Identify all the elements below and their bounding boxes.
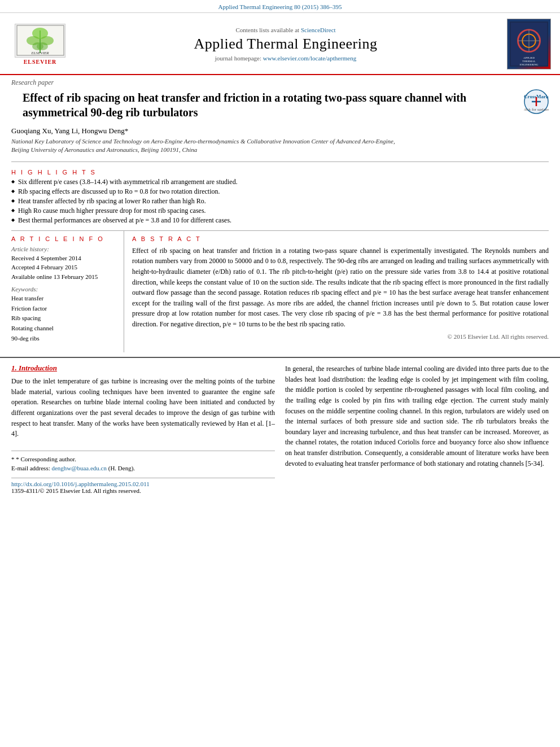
elsevier-logo: ELSEVIER ELSEVIER: [9, 24, 71, 65]
keywords-list: Heat transfer Friction factor Rib spacin…: [11, 294, 117, 343]
journal-ref-bar: Applied Thermal Engineering 80 (2015) 38…: [0, 0, 560, 13]
abstract-col: A B S T R A C T Effect of rib spacing on…: [124, 231, 549, 352]
svg-text:ENGINEERING: ENGINEERING: [520, 63, 539, 66]
email-footnote: E-mail address: denghw@buaa.edu.cn (H. D…: [11, 464, 275, 473]
article-info-header: A R T I C L E I N F O: [11, 235, 117, 242]
doi-bar: http://dx.doi.org/10.1016/j.applthermale…: [11, 478, 275, 494]
body-col-right: In general, the researches of turbine bl…: [285, 364, 549, 494]
homepage-link[interactable]: www.elsevier.com/locate/apthermeng: [263, 55, 356, 62]
svg-text:ELSEVIER: ELSEVIER: [30, 51, 49, 55]
svg-text:click for updates: click for updates: [524, 107, 549, 112]
corresponding-author-note: * * Corresponding author.: [11, 455, 275, 464]
journal-ref-text: Applied Thermal Engineering 80 (2015) 38…: [218, 3, 342, 10]
crossmark-icon[interactable]: CrossMark click for updates: [524, 89, 549, 114]
abstract-header: A B S T R A C T: [132, 235, 549, 242]
article-info-col: A R T I C L E I N F O Article history: R…: [11, 231, 124, 352]
elsevier-logo-image: ELSEVIER: [15, 24, 65, 58]
history-label: Article history:: [11, 246, 117, 252]
divider-highlights: [11, 161, 549, 162]
header-section: ELSEVIER ELSEVIER Contents lists availab…: [0, 13, 560, 75]
highlight-item: Rib spacing effects are discussed up to …: [11, 187, 549, 196]
two-col-body: 1. Introduction Due to the inlet tempera…: [11, 364, 549, 494]
title-crossmark-row: Effect of rib spacing on heat transfer a…: [0, 88, 560, 123]
homepage-label: journal homepage:: [215, 55, 261, 62]
authors-text: Guoqiang Xu, Yang Li, Hongwu Deng*: [11, 126, 128, 135]
footnote-section: * * Corresponding author. E-mail address…: [11, 451, 275, 473]
highlights-list: Six different p/e cases (3.8–14.4) with …: [0, 178, 560, 230]
highlight-item: Six different p/e cases (3.8–14.4) with …: [11, 178, 549, 186]
body-section: 1. Introduction Due to the inlet tempera…: [0, 357, 560, 494]
affiliation-line1: National Key Laboratory of Science and T…: [11, 138, 395, 145]
received-date: Received 4 September 2014 Accepted 4 Feb…: [11, 254, 117, 282]
sciencedirect-link[interactable]: ScienceDirect: [301, 27, 336, 33]
article-abstract-section: A R T I C L E I N F O Article history: R…: [11, 230, 549, 352]
article-history-group: Article history: Received 4 September 20…: [11, 246, 117, 282]
doi-link[interactable]: http://dx.doi.org/10.1016/j.applthermale…: [11, 480, 150, 487]
keywords-label: Keywords:: [11, 286, 117, 292]
title-part: Effect of rib spacing on heat transfer a…: [11, 88, 524, 123]
article-type: Research paper: [0, 75, 560, 88]
intro-body-col2: In general, the researches of turbine bl…: [285, 364, 549, 469]
svg-point-6: [37, 42, 48, 50]
intro-body-col1: Due to the inlet temperature of gas turb…: [11, 376, 275, 439]
highlight-item: High Ro cause much higher pressure drop …: [11, 207, 549, 215]
affiliation: National Key Laboratory of Science and T…: [0, 137, 560, 158]
contents-label: Contents lists available at: [235, 27, 299, 33]
journal-title: Applied Thermal Engineering: [71, 36, 500, 53]
issn-text: 1359-4311/© 2015 Elsevier Ltd. All right…: [11, 487, 275, 494]
journal-homepage: journal homepage: www.elsevier.com/locat…: [71, 55, 500, 62]
highlight-item: Best thermal performances are observed a…: [11, 216, 549, 225]
abstract-text: Effect of rib spacing on heat transfer a…: [132, 246, 549, 330]
highlight-item: Heat transfer affected by rib spacing at…: [11, 197, 549, 206]
keywords-group: Keywords: Heat transfer Friction factor …: [11, 286, 117, 343]
body-col-left: 1. Introduction Due to the inlet tempera…: [11, 364, 275, 494]
contents-line: Contents lists available at ScienceDirec…: [71, 27, 500, 33]
svg-text:THERMAL: THERMAL: [522, 60, 536, 63]
copyright-line: © 2015 Elsevier Ltd. All rights reserved…: [132, 333, 549, 340]
elsevier-text: ELSEVIER: [24, 59, 57, 65]
svg-text:APPLIED: APPLIED: [523, 56, 535, 59]
journal-cover-box: APPLIED THERMAL ENGINEERING: [507, 19, 551, 69]
journal-cover: APPLIED THERMAL ENGINEERING: [500, 19, 551, 69]
article-title: Effect of rib spacing on heat transfer a…: [11, 88, 524, 123]
affiliation-line2: Beijing University of Aeronautics and As…: [11, 146, 197, 153]
intro-section-title: 1. Introduction: [11, 364, 275, 373]
highlights-header: H I G H L I G H T S: [0, 165, 560, 178]
authors-line: Guoqiang Xu, Yang Li, Hongwu Deng*: [0, 123, 560, 137]
header-center: Contents lists available at ScienceDirec…: [71, 27, 500, 62]
